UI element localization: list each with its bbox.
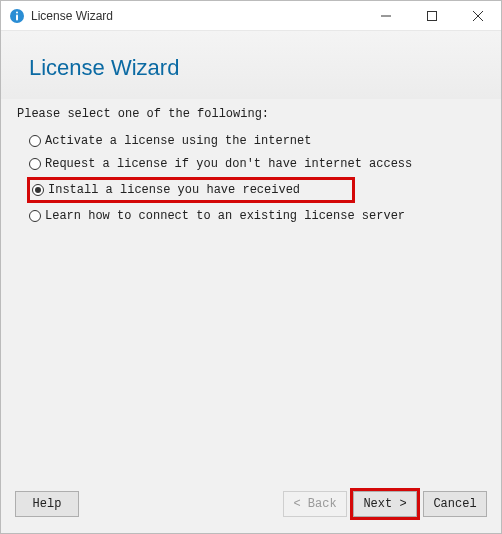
svg-rect-4 xyxy=(428,11,437,20)
cancel-button[interactable]: Cancel xyxy=(423,491,487,517)
option-row[interactable]: Request a license if you don't have inte… xyxy=(27,154,485,174)
maximize-button[interactable] xyxy=(409,1,455,30)
option-label: Learn how to connect to an existing lice… xyxy=(45,209,405,223)
svg-rect-2 xyxy=(16,14,18,20)
window-controls xyxy=(363,1,501,30)
header-band: License Wizard xyxy=(1,31,501,99)
radio-icon[interactable] xyxy=(29,158,41,170)
page-title: License Wizard xyxy=(29,55,501,81)
radio-icon[interactable] xyxy=(29,135,41,147)
minimize-button[interactable] xyxy=(363,1,409,30)
radio-icon[interactable] xyxy=(29,210,41,222)
svg-rect-1 xyxy=(16,11,18,13)
back-button[interactable]: < Back xyxy=(283,491,347,517)
option-label: Request a license if you don't have inte… xyxy=(45,157,412,171)
help-button[interactable]: Help xyxy=(15,491,79,517)
next-button[interactable]: Next > xyxy=(353,491,417,517)
radio-icon[interactable] xyxy=(32,184,44,196)
option-row[interactable]: Install a license you have received xyxy=(27,177,355,203)
prompt-text: Please select one of the following: xyxy=(17,107,485,121)
options-group: Activate a license using the internetReq… xyxy=(17,131,485,226)
option-label: Activate a license using the internet xyxy=(45,134,311,148)
option-row[interactable]: Learn how to connect to an existing lice… xyxy=(27,206,485,226)
body-area: Please select one of the following: Acti… xyxy=(1,99,501,479)
option-row[interactable]: Activate a license using the internet xyxy=(27,131,485,151)
option-label: Install a license you have received xyxy=(48,183,300,197)
app-icon xyxy=(9,8,25,24)
window-title: License Wizard xyxy=(31,9,363,23)
window: License Wizard License Wizard Please sel… xyxy=(0,0,502,534)
titlebar: License Wizard xyxy=(1,1,501,31)
close-button[interactable] xyxy=(455,1,501,30)
content-area: License Wizard Please select one of the … xyxy=(1,31,501,533)
footer: Help < Back Next > Cancel xyxy=(1,479,501,533)
